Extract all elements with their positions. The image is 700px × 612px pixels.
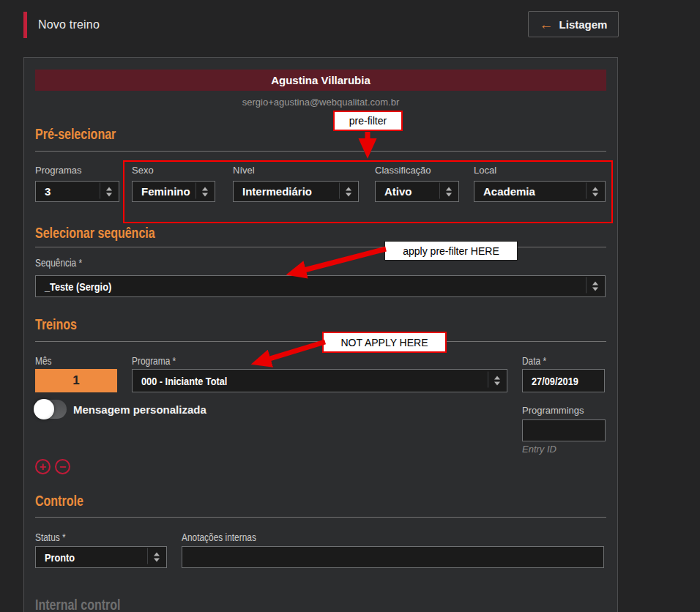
listagem-back-button[interactable]: ← Listagem <box>528 11 619 37</box>
updown-caret-icon <box>154 553 160 562</box>
anotacoes-internas-input[interactable] <box>182 546 604 568</box>
annotation-apply-pre-filter-here: apply pre-filter HERE <box>384 241 518 261</box>
toggle-knob <box>34 399 54 419</box>
annotation-not-apply-here: NOT APPLY HERE <box>322 332 447 353</box>
programa-label: Programa * <box>132 355 184 367</box>
data-input[interactable]: 27/09/2019 <box>522 369 605 392</box>
sequencia-select[interactable]: _Teste (Sergio) <box>35 275 606 297</box>
mes-value-box: 1 <box>35 369 117 392</box>
classificacao-label: Classificação <box>375 165 431 176</box>
divider <box>35 517 606 518</box>
status-select[interactable]: Pronto <box>35 546 167 568</box>
programmings-label: Programmings <box>522 405 584 416</box>
updown-caret-icon <box>446 187 452 196</box>
programmings-input[interactable] <box>522 419 606 441</box>
arrow-left-icon: ← <box>540 18 554 31</box>
nivel-label: Nível <box>233 165 255 176</box>
local-select[interactable]: Academia <box>474 181 606 202</box>
nivel-select[interactable]: Intermediário <box>233 181 359 202</box>
divider <box>35 341 606 342</box>
entry-id-hint: Entry ID <box>522 444 556 455</box>
programas-select[interactable]: 3 <box>35 181 119 202</box>
divider <box>35 151 606 152</box>
updown-caret-icon <box>592 187 598 196</box>
sexo-select[interactable]: Feminino <box>132 181 215 202</box>
status-label: Status * <box>35 531 71 543</box>
new-training-page: Novo treino ← Listagem Agustina Villarub… <box>0 0 700 612</box>
section-title-controle: Controle <box>35 493 95 510</box>
programas-label: Programas <box>35 165 82 176</box>
minus-circle-icon[interactable]: − <box>55 459 70 474</box>
updown-caret-icon <box>592 282 598 291</box>
sequencia-label: Sequência * <box>35 257 91 269</box>
section-title-treinos: Treinos <box>35 316 87 333</box>
page-title: Novo treino <box>38 18 100 31</box>
section-title-selecionar-sequencia: Selecionar sequência <box>35 225 185 242</box>
programa-select[interactable]: 000 - Iniciante Total <box>132 369 507 392</box>
data-label: Data * <box>522 355 551 367</box>
classificacao-select[interactable]: Ativo <box>375 181 459 202</box>
section-title-pre-selecionar: Pré-selecionar <box>35 126 136 143</box>
updown-caret-icon <box>106 187 112 196</box>
mensagem-personalizada-toggle[interactable] <box>34 400 67 419</box>
listagem-button-label: Listagem <box>559 18 608 31</box>
updown-caret-icon <box>346 187 351 196</box>
updown-caret-icon <box>494 376 500 386</box>
section-title-internal-control: Internal control <box>35 597 142 612</box>
plus-circle-icon[interactable]: + <box>35 459 51 474</box>
sexo-label: Sexo <box>132 165 154 176</box>
mensagem-personalizada-label: Mensagem personalizada <box>73 403 206 416</box>
divider <box>35 247 606 247</box>
updown-caret-icon <box>202 187 208 196</box>
title-accent-bar <box>23 12 27 38</box>
anotacoes-internas-label: Anotações internas <box>182 531 269 543</box>
mes-label: Mês <box>35 355 54 367</box>
annotation-pre-filter: pre-filter <box>333 111 403 131</box>
local-label: Local <box>474 165 496 176</box>
client-name-banner: Agustina Villarubia <box>35 70 606 91</box>
client-email: sergio+agustina@webqualitat.com.br <box>35 97 606 108</box>
